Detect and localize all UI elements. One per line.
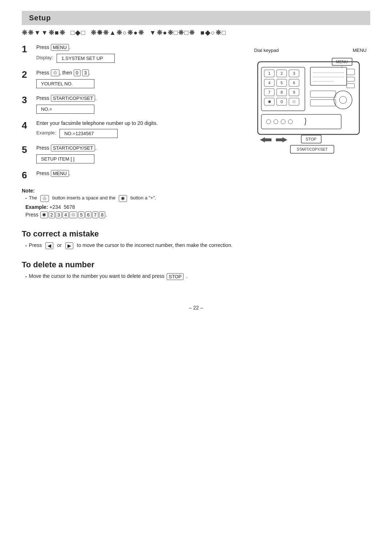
svg-rect-32 — [347, 84, 355, 88]
step-1-text: Press MENU. — [36, 44, 243, 51]
example-label: Example: — [25, 204, 48, 210]
svg-text:MENU: MENU — [336, 60, 348, 64]
svg-rect-35 — [310, 91, 336, 97]
svg-rect-43 — [265, 138, 271, 141]
dial-keypad-label: Dial keypad — [254, 48, 279, 53]
step-1-number: 1 — [22, 44, 33, 54]
step-6-number: 6 — [22, 170, 33, 181]
step-1: 1 Press MENU. Display: 1.SYSTEM SET UP — [22, 44, 243, 63]
setup-title: Setup — [29, 14, 51, 22]
page-number: – 22 – — [22, 305, 370, 311]
seven-key-seq: 7 — [92, 211, 98, 218]
note-press-line: Press ✱234♲5678. — [22, 211, 243, 218]
note-item-1: The ♲ button inserts a space and the ✱ b… — [22, 195, 243, 202]
step-6-content: Press MENU. — [36, 170, 243, 178]
step-1-display-box: 1.SYSTEM SET UP — [57, 54, 115, 63]
svg-rect-45 — [276, 138, 282, 141]
step-4-number: 4 — [22, 120, 33, 131]
icon-row: ❊❊▼▼❊■❊ □◆□ ❊❋❊▲❊○❊●❊ ▼❊●❊□❊□❊ ■◆○❊□ — [22, 29, 370, 37]
diagram-labels: Dial keypad MENU — [254, 48, 370, 53]
step-4-content: Enter your facsimile telephone number up… — [36, 120, 243, 138]
step-5: 5 Press START/COPY/SET. SETUP ITEM [ ] — [22, 145, 243, 163]
step-6: 6 Press MENU. — [22, 170, 243, 181]
svg-text:START/COPY/SET: START/COPY/SET — [297, 147, 327, 151]
step-2-text: Press ♲, then 0 3. — [36, 69, 243, 76]
menu-key-6: MENU — [51, 170, 69, 177]
svg-text:1: 1 — [268, 71, 270, 76]
three-key-seq: 3 — [56, 211, 62, 218]
svg-rect-26 — [310, 67, 347, 85]
four-key-seq: 4 — [62, 211, 69, 218]
stop-key-delete: STOP — [167, 273, 184, 280]
svg-text:♲: ♲ — [292, 100, 296, 104]
svg-rect-30 — [347, 69, 355, 75]
note-title: Note: — [22, 188, 243, 194]
step-4-text: Enter your facsimile telephone number up… — [36, 120, 243, 126]
step-4-example-label: Example: — [36, 130, 56, 135]
note-section: Note: The ♲ button inserts a space and t… — [22, 188, 243, 218]
step-6-text: Press MENU. — [36, 170, 243, 177]
svg-point-34 — [339, 96, 347, 104]
step-2-display-box: YOURTEL NO. — [36, 79, 94, 88]
svg-text:3: 3 — [293, 71, 295, 76]
hash-key-2: ♲ — [51, 69, 60, 76]
step-2: 2 Press ♲, then 0 3. YOURTEL NO. — [22, 69, 243, 88]
svg-text:2: 2 — [281, 71, 283, 76]
svg-text:7: 7 — [268, 90, 270, 94]
delete-number-item: Move the cursor to the number you want t… — [22, 273, 243, 280]
svg-text:✱: ✱ — [268, 100, 271, 104]
svg-text:9: 9 — [293, 90, 295, 94]
svg-rect-37 — [261, 114, 341, 129]
three-key: 3 — [82, 69, 89, 76]
svg-rect-31 — [347, 77, 355, 81]
menu-label: MENU — [353, 48, 367, 53]
back-arrow-key: ◀ — [45, 242, 53, 249]
step-2-content: Press ♲, then 0 3. YOURTEL NO. — [36, 69, 243, 88]
svg-marker-42 — [260, 137, 265, 142]
delete-number-heading: To delete a number — [22, 260, 243, 270]
svg-text:5: 5 — [281, 81, 283, 85]
step-1-display-label: Display: — [36, 55, 53, 60]
step-3: 3 Press START/COPY/SET. NO.= — [22, 95, 243, 114]
step-3-display-box: NO.= — [36, 105, 94, 114]
five-key-seq: 5 — [78, 211, 84, 218]
svg-point-38 — [266, 119, 271, 124]
svg-text:0: 0 — [281, 100, 283, 104]
svg-text:8: 8 — [281, 90, 283, 94]
right-column: Dial keypad MENU 1 2 3 — [254, 44, 370, 283]
svg-point-33 — [334, 91, 352, 109]
main-layout: 1 Press MENU. Display: 1.SYSTEM SET UP 2… — [22, 44, 370, 283]
fax-diagram-svg: 1 2 3 4 5 6 7 8 — [254, 54, 363, 171]
step-3-content: Press START/COPY/SET. NO.= — [36, 95, 243, 114]
zero-key: 0 — [74, 69, 81, 76]
step-4: 4 Enter your facsimile telephone number … — [22, 120, 243, 138]
star-key-note: ✱ — [119, 195, 127, 202]
step-1-display-row: Display: 1.SYSTEM SET UP — [36, 52, 243, 63]
hash-key-note: ♲ — [40, 195, 49, 202]
svg-point-40 — [281, 119, 285, 124]
svg-rect-36 — [310, 100, 336, 106]
step-3-number: 3 — [22, 95, 33, 105]
start-copy-set-key-5: START/COPY/SET — [51, 145, 95, 151]
six-key-seq: 6 — [85, 211, 91, 218]
left-column: 1 Press MENU. Display: 1.SYSTEM SET UP 2… — [22, 44, 243, 283]
step-5-content: Press START/COPY/SET. SETUP ITEM [ ] — [36, 145, 243, 163]
menu-key-1: MENU — [51, 44, 69, 51]
correct-mistake-heading: To correct a mistake — [22, 229, 243, 239]
step-4-display-row: Example: NO.=1234567 — [36, 127, 243, 138]
two-key-seq: 2 — [49, 211, 55, 218]
step-3-text: Press START/COPY/SET. — [36, 95, 243, 102]
correct-mistake-item: Press ◀ or ▶ to move the cursor to the i… — [22, 242, 243, 249]
svg-marker-44 — [282, 137, 287, 142]
svg-text:STOP: STOP — [306, 137, 317, 141]
step-5-text: Press START/COPY/SET. — [36, 145, 243, 151]
step-5-display-box: SETUP ITEM [ ] — [36, 154, 94, 163]
step-2-number: 2 — [22, 69, 33, 80]
setup-header: Setup — [22, 11, 370, 25]
step-4-display-box: NO.=1234567 — [60, 129, 118, 138]
hash-key-seq: ♲ — [69, 211, 77, 218]
device-diagram: Dial keypad MENU 1 2 3 — [254, 48, 370, 173]
note-example-line: Example: +234 5678 — [22, 204, 243, 210]
svg-point-39 — [274, 119, 278, 124]
svg-text:4: 4 — [268, 81, 270, 85]
